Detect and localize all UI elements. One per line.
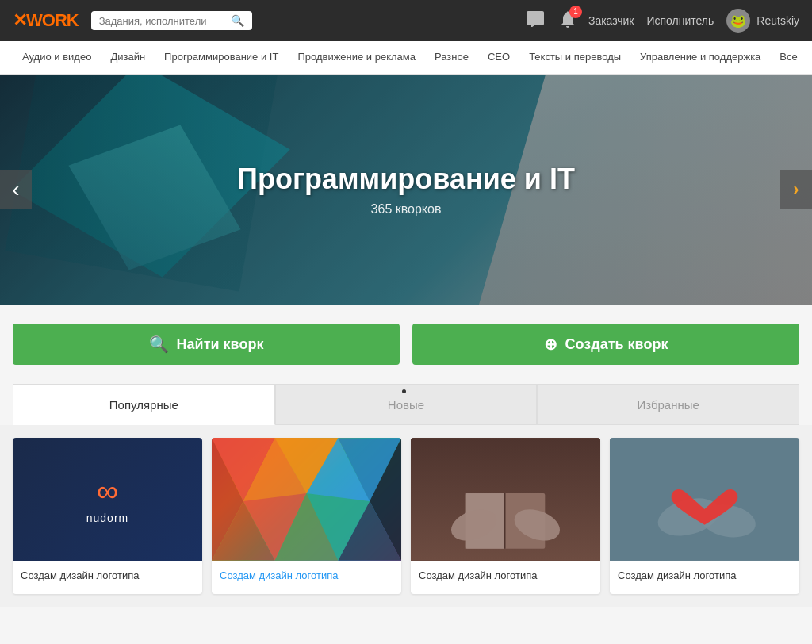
search-icon: 🔍 xyxy=(231,14,244,27)
card-3-title: Создам дизайн логотипа xyxy=(411,561,600,594)
plus-action-icon: ⊕ xyxy=(544,335,557,354)
avatar: 🐸 xyxy=(726,9,750,33)
hands-svg xyxy=(411,438,600,561)
find-kwork-button[interactable]: 🔍 Найти кворк xyxy=(13,324,400,365)
card-2[interactable]: Создам дизайн логотипа xyxy=(212,438,401,594)
card-2-image xyxy=(212,438,401,561)
chat-icon[interactable] xyxy=(527,11,544,31)
find-label: Найти кворк xyxy=(177,336,264,353)
cards-grid: ∞ nudorm Создам дизайн логотипа xyxy=(13,438,799,594)
tab-favorites-label: Избранные xyxy=(637,398,699,412)
hero-title: Программирование и IT xyxy=(237,163,575,196)
hero-content: Программирование и IT 365 кворков xyxy=(237,163,575,217)
hero-subtitle: 365 кворков xyxy=(237,202,575,217)
card-3-image xyxy=(411,438,600,561)
nav-item-ceo[interactable]: CEO xyxy=(478,41,519,75)
customer-link[interactable]: Заказчик xyxy=(588,14,634,27)
arrow-left-icon: ‹ xyxy=(12,177,19,202)
notification-icon[interactable]: 1 xyxy=(560,10,576,32)
nav-item-management[interactable]: Управление и поддержка xyxy=(630,41,770,75)
user-profile[interactable]: 🐸 Reutskiy xyxy=(726,9,799,33)
hero-next-button[interactable]: › xyxy=(780,170,812,209)
user-name: Reutskiy xyxy=(756,14,799,27)
nav-item-audio[interactable]: Аудио и видео xyxy=(13,41,101,75)
logo-text: WORK xyxy=(26,10,79,30)
tab-popular[interactable]: Популярные xyxy=(13,384,275,425)
header: ✕WORK 🔍 1 Заказчик Исполнитель 🐸 Reutski… xyxy=(0,0,812,41)
card-2-title[interactable]: Создам дизайн логотипа xyxy=(212,561,401,594)
card-3[interactable]: Создам дизайн логотипа xyxy=(411,438,600,594)
nudorm-logo: ∞ nudorm xyxy=(86,474,128,524)
nav-item-all[interactable]: Все xyxy=(770,41,806,75)
logo[interactable]: ✕WORK xyxy=(13,10,79,31)
card-4-title: Создам дизайн логотипа xyxy=(610,561,799,594)
arrow-right-icon: › xyxy=(793,179,799,200)
search-box[interactable]: 🔍 xyxy=(91,11,252,30)
tab-new-dot xyxy=(402,389,406,393)
search-input[interactable] xyxy=(99,15,226,27)
executor-link[interactable]: Исполнитель xyxy=(646,14,714,27)
nav-item-promotion[interactable]: Продвижение и реклама xyxy=(288,41,425,75)
header-links: Заказчик Исполнитель xyxy=(588,14,714,27)
svg-rect-16 xyxy=(504,493,506,549)
nav-item-texts[interactable]: Тексты и переводы xyxy=(519,41,630,75)
hero-banner: Программирование и IT 365 кворков ‹ › xyxy=(0,75,812,305)
action-buttons: 🔍 Найти кворк ⊕ Создать кворк xyxy=(0,305,812,384)
cards-section: ∞ nudorm Создам дизайн логотипа xyxy=(0,425,812,607)
notification-badge: 1 xyxy=(569,6,582,18)
create-kwork-button[interactable]: ⊕ Создать кворк xyxy=(412,324,799,365)
infinity-icon: ∞ xyxy=(97,474,118,508)
tab-favorites[interactable]: Избранные xyxy=(537,384,799,425)
create-label: Создать кворк xyxy=(565,336,668,353)
logo-k: ✕ xyxy=(13,10,26,30)
card-1[interactable]: ∞ nudorm Создам дизайн логотипа xyxy=(13,438,202,594)
nav-item-misc[interactable]: Разное xyxy=(425,41,478,75)
card-1-image: ∞ nudorm xyxy=(13,438,202,561)
nudorm-text: nudorm xyxy=(86,512,128,524)
nav-item-design[interactable]: Дизайн xyxy=(101,41,155,75)
heart-svg xyxy=(610,438,799,561)
card-1-title: Создам дизайн логотипа xyxy=(13,561,202,594)
tab-popular-label: Популярные xyxy=(109,398,178,412)
tab-new-label: Новые xyxy=(388,398,424,412)
content-tabs: Популярные Новые Избранные xyxy=(0,384,812,425)
main-nav: Аудио и видео Дизайн Программирование и … xyxy=(0,41,812,75)
header-icons: 1 xyxy=(527,10,576,32)
card-4[interactable]: Создам дизайн логотипа xyxy=(610,438,799,594)
polygon-svg xyxy=(212,438,401,561)
tab-new[interactable]: Новые xyxy=(275,384,538,425)
card-4-image xyxy=(610,438,799,561)
hero-prev-button[interactable]: ‹ xyxy=(0,170,32,209)
nav-item-programming[interactable]: Программирование и IT xyxy=(155,41,288,75)
search-action-icon: 🔍 xyxy=(149,335,169,354)
